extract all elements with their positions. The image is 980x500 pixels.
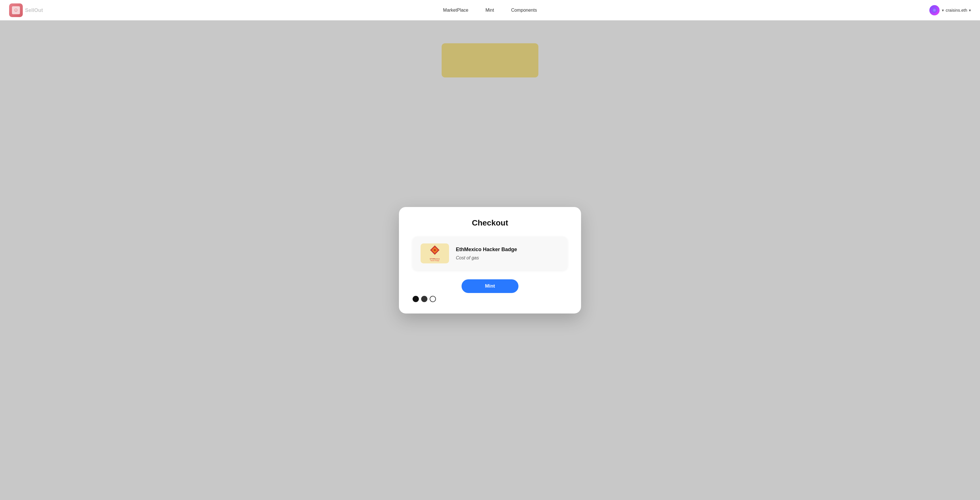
logo-icon bbox=[9, 3, 23, 17]
nav-components[interactable]: Components bbox=[511, 8, 537, 13]
product-card: ETHMexico Hacker Badge EthMexico Hacker … bbox=[413, 236, 567, 270]
main-nav: MarketPlace Mint Components bbox=[443, 8, 537, 13]
header-right: ▾ craisins.eth ▾ bbox=[929, 5, 971, 15]
mint-button[interactable]: Mint bbox=[461, 280, 519, 293]
product-name: EthMexico Hacker Badge bbox=[456, 247, 517, 252]
product-cost: Cost of gas bbox=[456, 256, 517, 260]
modal-overlay: Checkout bbox=[0, 21, 980, 500]
pagination-dot-1[interactable] bbox=[413, 296, 419, 302]
logo-out: Out bbox=[34, 7, 43, 13]
ethmexioco-logo: ETHMexico Hacker Badge bbox=[430, 246, 440, 262]
product-info: EthMexico Hacker Badge Cost of gas bbox=[456, 247, 517, 260]
eth-diamond-svg bbox=[430, 246, 440, 257]
header: SellOut MarketPlace Mint Components ▾ cr… bbox=[0, 0, 980, 21]
wallet-dropdown[interactable]: ▾ craisins.eth ▾ bbox=[942, 8, 971, 13]
logo-sell: Sell bbox=[25, 7, 34, 13]
wallet-chevron-right-icon: ▾ bbox=[969, 8, 971, 13]
main-content: Checkout bbox=[0, 21, 980, 500]
pagination-dot-3[interactable] bbox=[430, 296, 436, 302]
wallet-avatar bbox=[929, 5, 940, 15]
nav-marketplace[interactable]: MarketPlace bbox=[443, 8, 468, 13]
logo-area: SellOut bbox=[9, 3, 43, 17]
hacker-badge-text: Hacker Badge bbox=[430, 260, 439, 262]
pagination-dots bbox=[413, 296, 436, 302]
logo-text: SellOut bbox=[25, 8, 43, 13]
pagination-dot-2[interactable] bbox=[421, 296, 427, 302]
wallet-chevron-icon: ▾ bbox=[942, 8, 944, 13]
wallet-address: craisins.eth bbox=[945, 8, 967, 13]
nav-mint[interactable]: Mint bbox=[485, 8, 494, 13]
checkout-title: Checkout bbox=[413, 219, 567, 227]
checkout-modal: Checkout bbox=[399, 207, 581, 313]
product-image: ETHMexico Hacker Badge bbox=[420, 243, 449, 264]
svg-point-0 bbox=[932, 8, 937, 13]
